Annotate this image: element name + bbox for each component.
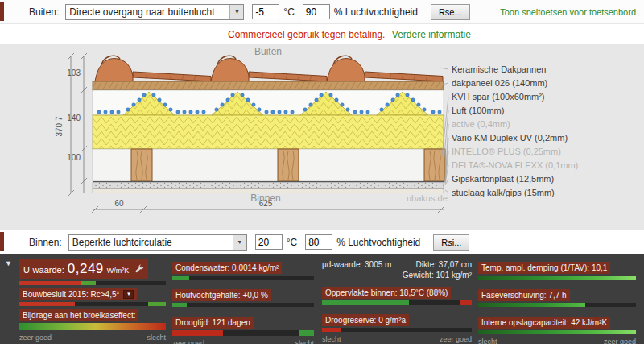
dim-top: 103 bbox=[67, 68, 80, 77]
scale-right-label: slecht bbox=[147, 334, 166, 342]
droogreserve-bar bbox=[322, 328, 472, 332]
shortcuts-link[interactable]: Toon sneltoetsen voor toetsenbord bbox=[500, 7, 636, 17]
oppervlakte-bar bbox=[322, 300, 472, 305]
faseverschuiving-label: Faseverschuiving: 7,7 h bbox=[478, 289, 570, 301]
dim-total: 370,7 bbox=[55, 116, 64, 136]
bouwbesluit-dropdown-icon[interactable]: ▼ bbox=[123, 290, 134, 299]
layer-label-vario-km-duplex[interactable]: Vario KM Duplex UV (0,2mm) bbox=[452, 133, 568, 143]
condenswater-bar bbox=[172, 276, 314, 280]
rse-button[interactable]: Rse... bbox=[431, 4, 470, 20]
layer-label-gipskartonplaat[interactable]: Gipskartonplaat (12,5mm) bbox=[452, 174, 554, 184]
collapse-results-icon[interactable]: ▼ bbox=[5, 259, 12, 267]
insulation-core-layer[interactable] bbox=[93, 115, 444, 149]
bouwbesluit-rating-bar bbox=[19, 302, 166, 306]
rating-scale: slecht zeer goed bbox=[322, 335, 472, 343]
layer-label-stuclaag[interactable]: stuclaag kalk/gips (15mm) bbox=[452, 188, 555, 197]
bouwbesluit-text: Bouwbesluit 2015: Rc>4,5* bbox=[23, 290, 119, 299]
u-value: 0,249 bbox=[68, 261, 104, 277]
commercial-use-text: Commercieel gebruik tegen betaling. bbox=[228, 29, 385, 40]
bouwbesluit-label: Bouwbesluit 2015: Rc>4,5* ▼ bbox=[19, 288, 137, 300]
outside-temp-unit: °C bbox=[283, 6, 294, 18]
scale-right-label: zeer goed bbox=[440, 335, 472, 343]
outside-label: Buiten bbox=[254, 46, 282, 57]
rating-scale: slecht zeer goed bbox=[478, 338, 636, 344]
opslagcapaciteit-bar bbox=[478, 330, 636, 334]
outside-temp-input[interactable] bbox=[252, 4, 279, 19]
scale-left-label: zeer goed bbox=[172, 339, 204, 344]
dim-bottom: 100 bbox=[67, 153, 80, 162]
broeikas-rating-bar bbox=[19, 323, 166, 330]
more-info-link[interactable]: Verdere informatie bbox=[392, 29, 471, 40]
layer-label-luft[interactable]: Luft (100mm) bbox=[452, 106, 504, 115]
opslagcapaciteit-label: Interne opslagcapaciteit: 42 kJ/m²K bbox=[478, 317, 610, 329]
dim-post-width: 60 bbox=[114, 199, 124, 208]
binnen-label: Binnen: bbox=[29, 237, 62, 248]
dim-middle: 140 bbox=[67, 114, 80, 122]
license-notice: Commercieel gebruik tegen betaling. Verd… bbox=[0, 25, 644, 44]
plasterboard-layer[interactable] bbox=[93, 183, 444, 189]
watermark: ubakus.de bbox=[407, 193, 448, 203]
demping-bar bbox=[478, 276, 636, 280]
rating-scale: zeer goed slecht bbox=[172, 339, 314, 344]
mu-d-value: μd-waarde: 3005 m bbox=[322, 259, 391, 270]
inside-humidity-unit: % Luchtvochtigheid bbox=[336, 237, 420, 248]
condenswater-label: Condenswater: 0,0014 kg/m² bbox=[172, 262, 282, 274]
inside-temp-input[interactable] bbox=[255, 234, 283, 250]
u-value-rating-bar bbox=[19, 281, 166, 285]
construction-drawing: Buiten bbox=[0, 44, 644, 230]
buiten-select[interactable]: Directe overgang naar buitenlucht ▼ bbox=[65, 4, 244, 20]
binnen-select[interactable]: Beperkte luchtcirculatie ▼ bbox=[68, 234, 247, 251]
u-value-box: U-waarde: 0,249 W/m²K bbox=[19, 259, 148, 279]
broeikas-label: Bijdrage aan het broeikaseffect: bbox=[19, 309, 138, 321]
outside-humidity-unit: % Luchtvochtigheid bbox=[334, 6, 418, 18]
rsi-button[interactable]: Rsi... bbox=[433, 234, 469, 251]
buiten-label: Buiten: bbox=[29, 6, 59, 18]
houtvochtgehalte-bar bbox=[172, 303, 314, 307]
u-value-label: U-waarde: bbox=[23, 265, 64, 275]
layer-label-kvh-spar[interactable]: KVH spar (100x60mm²) bbox=[452, 92, 545, 102]
results-column-thermal: Temp. ampl. demping (1/TAV): 10,1 Faseve… bbox=[478, 259, 636, 344]
scale-right-label: zeer goed bbox=[604, 338, 636, 344]
scale-right-label: slecht bbox=[295, 339, 314, 344]
panel-edge-accent bbox=[0, 2, 4, 21]
droogtijd-label: Droogtijd: 121 dagen bbox=[172, 317, 254, 329]
outside-conditions-bar: Buiten: Directe overgang naar buitenluch… bbox=[0, 0, 644, 24]
construction-summary: μd-waarde: 3005 m Dikte: 37,07 cm Gewich… bbox=[322, 259, 472, 280]
rating-scale: zeer goed slecht bbox=[19, 334, 166, 342]
droogtijd-bar bbox=[172, 330, 314, 336]
buiten-select-value: Directe overgang naar buitenlucht bbox=[66, 6, 229, 18]
inside-label: Binnen bbox=[250, 193, 280, 204]
results-column-moisture: Condenswater: 0,0014 kg/m² Houtvochtgeha… bbox=[172, 259, 314, 344]
inside-temp-unit: °C bbox=[287, 237, 297, 248]
results-panel: ▼ U-waarde: 0,249 W/m²K Bouwbesluit 2015… bbox=[0, 254, 644, 344]
chevron-down-icon: ▼ bbox=[233, 235, 246, 250]
u-value-unit: W/m²K bbox=[107, 267, 130, 275]
roof-tiles-layer[interactable] bbox=[95, 56, 443, 81]
panel-edge-accent bbox=[0, 232, 4, 251]
inside-conditions-bar: Binnen: Beperkte luchtcirculatie ▼ °C % … bbox=[0, 230, 644, 254]
chevron-down-icon: ▼ bbox=[229, 5, 243, 19]
layer-label-dakpaneel[interactable]: dakpaneel 026 (140mm) bbox=[452, 78, 547, 88]
wrench-icon[interactable] bbox=[134, 264, 144, 274]
gewicht-value: Gewicht: 101 kg/m² bbox=[402, 270, 472, 280]
oppervlakte-label: Oppervlakte binnen: 18,5°C (88%) bbox=[322, 287, 451, 299]
construction-drawing-area: Buiten bbox=[0, 44, 644, 230]
faseverschuiving-bar bbox=[478, 303, 636, 307]
dikte-value: Dikte: 37,07 cm bbox=[416, 259, 472, 270]
layer-label-active[interactable]: active (0,4mm) bbox=[452, 119, 510, 129]
scale-left-label: zeer goed bbox=[19, 334, 52, 342]
results-column-uvalue: U-waarde: 0,249 W/m²K Bouwbesluit 2015: … bbox=[19, 259, 166, 342]
inside-humidity-input[interactable] bbox=[305, 234, 332, 250]
layer-label-delta-nova-flexx[interactable]: DELTA®-NOVA FLEXX (0,1mm) bbox=[452, 160, 578, 170]
results-column-surface: μd-waarde: 3005 m Dikte: 37,07 cm Gewich… bbox=[322, 259, 472, 343]
layer-label-keramische-dakpannen[interactable]: Keramische Dakpannen bbox=[452, 64, 546, 74]
scale-left-label: slecht bbox=[322, 335, 341, 343]
demping-label: Temp. ampl. demping (1/TAV): 10,1 bbox=[478, 262, 610, 274]
droogreserve-label: Droogreserve: 0 g/m²a bbox=[322, 314, 409, 326]
dakpaneel-skin-layer[interactable] bbox=[93, 81, 444, 90]
scale-left-label: slecht bbox=[478, 338, 497, 344]
layer-label-intello-plus[interactable]: INTELLO® PLUS (0,25mm) bbox=[452, 147, 561, 156]
outside-humidity-input[interactable] bbox=[303, 4, 330, 19]
binnen-select-value: Beperkte luchtcirculatie bbox=[69, 237, 233, 248]
houtvochtgehalte-label: Houtvochtgehalte: +0,0 % bbox=[172, 289, 271, 301]
